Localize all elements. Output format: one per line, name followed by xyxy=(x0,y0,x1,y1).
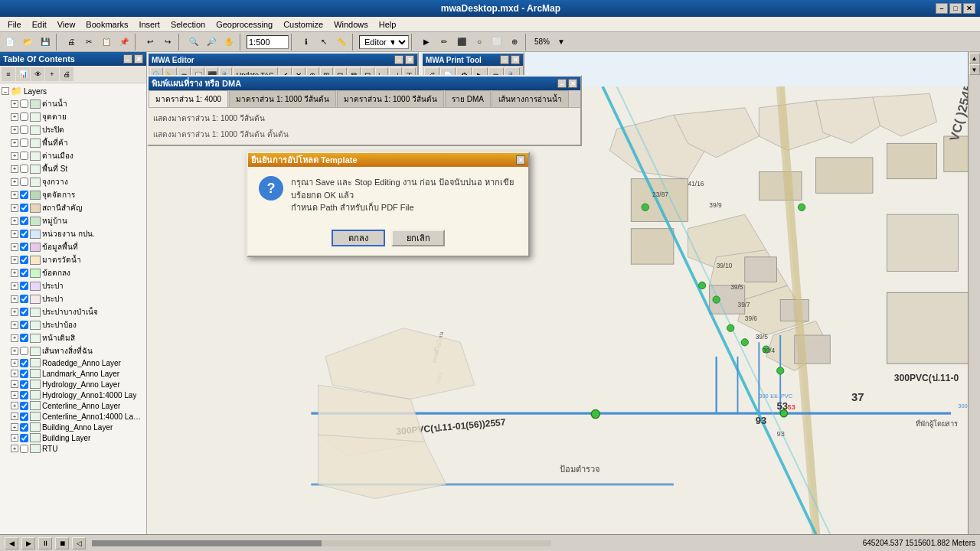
print-tab-1000-1[interactable]: มาตราส่วน 1: 1000 วีส้นต้น xyxy=(229,90,336,107)
layer-checkbox[interactable] xyxy=(20,308,28,316)
expand-icon[interactable]: + xyxy=(11,370,18,377)
mwa-print-close[interactable]: ✕ xyxy=(511,55,520,64)
layer-checkbox[interactable] xyxy=(20,99,28,108)
minimize-button[interactable]: – xyxy=(936,3,948,14)
tb-redo[interactable]: ↪ xyxy=(159,34,176,51)
mwa-print-minimize[interactable]: – xyxy=(500,55,509,64)
layer-checkbox[interactable] xyxy=(20,126,28,134)
toc-list-view[interactable]: ≡ xyxy=(2,67,15,81)
expand-icon[interactable]: + xyxy=(11,126,18,134)
status-nav-next[interactable]: ▶ xyxy=(21,537,35,549)
expand-icon[interactable]: + xyxy=(11,269,18,277)
toc-visibility[interactable]: 👁 xyxy=(31,67,44,81)
layer-checkbox[interactable] xyxy=(20,347,28,355)
expand-icon[interactable]: + xyxy=(11,282,18,290)
scroll-up-btn[interactable]: ▲ xyxy=(969,53,980,64)
print-tab-1000-2[interactable]: มาตราส่วน 1: 1000 วีส้นต้น xyxy=(337,90,444,107)
layer-checkbox[interactable] xyxy=(20,402,28,410)
mwa-editor-minimize[interactable]: – xyxy=(394,55,403,64)
tb-select[interactable]: ↖ xyxy=(315,34,332,51)
toc-minimize[interactable]: – xyxy=(123,54,132,64)
expand-icon[interactable]: + xyxy=(11,445,18,452)
print-dialog-close[interactable]: ✕ xyxy=(568,79,577,88)
layer-checkbox[interactable] xyxy=(20,204,28,212)
expand-icon[interactable]: + xyxy=(11,434,18,442)
expand-icon[interactable]: + xyxy=(11,243,18,251)
menu-selection[interactable]: Selection xyxy=(166,18,210,31)
tb-tool5[interactable]: ⬜ xyxy=(488,34,505,51)
tb-new[interactable]: 📄 xyxy=(2,34,18,51)
confirm-cancel-button[interactable]: ยกเลิก xyxy=(391,230,445,246)
layer-checkbox[interactable] xyxy=(20,423,28,432)
layer-checkbox[interactable] xyxy=(20,434,28,442)
tb-pan[interactable]: ✋ xyxy=(220,34,237,51)
layer-checkbox[interactable] xyxy=(20,230,28,238)
menu-geoprocessing[interactable]: Geoprocessing xyxy=(211,18,277,31)
expand-icon[interactable]: + xyxy=(11,191,18,199)
expand-icon[interactable]: + xyxy=(11,100,18,108)
print-tab-route[interactable]: เส้นทางการอ่านน้ำ xyxy=(492,90,569,107)
toc-source-view[interactable]: 📊 xyxy=(16,67,30,81)
expand-icon[interactable]: + xyxy=(11,165,18,173)
tb-copy[interactable]: 📋 xyxy=(98,34,115,51)
tb-identify[interactable]: ℹ xyxy=(298,34,315,51)
expand-icon[interactable]: + xyxy=(11,391,18,399)
tb-zoom-combo[interactable]: ▼ xyxy=(553,34,570,51)
maximize-button[interactable]: □ xyxy=(949,3,962,14)
layer-checkbox[interactable] xyxy=(20,412,28,421)
tb-tool6[interactable]: ⊕ xyxy=(506,34,523,51)
tb-tool4[interactable]: ○ xyxy=(471,34,488,51)
menu-edit[interactable]: Edit xyxy=(28,18,51,31)
expand-icon[interactable]: + xyxy=(11,412,18,420)
toc-printer[interactable]: 🖨 xyxy=(60,67,74,81)
layer-checkbox[interactable] xyxy=(20,112,28,121)
expand-icon[interactable]: + xyxy=(11,204,18,212)
expand-icon[interactable]: + xyxy=(11,402,18,409)
layer-checkbox[interactable] xyxy=(20,217,28,225)
expand-icon[interactable]: + xyxy=(11,359,18,367)
mwa-editor-close[interactable]: ✕ xyxy=(405,55,414,64)
toc-layers-folder[interactable]: – 📁 Layers xyxy=(2,85,145,97)
layer-checkbox[interactable] xyxy=(20,191,28,199)
expand-icon[interactable]: + xyxy=(11,308,18,316)
layer-checkbox[interactable] xyxy=(20,165,28,173)
expand-icon[interactable]: + xyxy=(11,295,18,303)
menu-insert[interactable]: Insert xyxy=(134,18,165,31)
toc-close[interactable]: ✕ xyxy=(134,54,143,64)
tb-tool3[interactable]: ⬛ xyxy=(453,34,470,51)
expand-icon[interactable]: + xyxy=(11,347,18,355)
map-area[interactable]: MWA Editor – ✕ 🔍 📐 ✏ 📋 ⬛ 🔧 Update TAG ✔ … xyxy=(147,52,980,534)
status-nav-prev[interactable]: ◀ xyxy=(5,537,18,549)
expand-icon[interactable]: + xyxy=(11,423,18,431)
expand-icon[interactable]: + xyxy=(11,217,18,225)
expand-icon[interactable]: + xyxy=(11,380,18,388)
expand-icon[interactable]: + xyxy=(11,230,18,238)
confirm-ok-button[interactable]: ตกลง xyxy=(332,230,385,246)
expand-icon[interactable]: + xyxy=(11,321,18,329)
print-tab-4000[interactable]: มาตราส่วน 1: 4000 xyxy=(149,90,228,107)
tb-tool2[interactable]: ✏ xyxy=(436,34,452,51)
layer-checkbox[interactable] xyxy=(20,334,28,342)
menu-view[interactable]: View xyxy=(53,18,80,31)
tb-print[interactable]: 🖨 xyxy=(63,34,80,51)
tb-zoom-out[interactable]: 🔎 xyxy=(203,34,220,51)
menu-customize[interactable]: Customize xyxy=(279,18,328,31)
toc-expand-layers[interactable]: – xyxy=(2,87,9,95)
expand-icon[interactable]: + xyxy=(11,113,18,121)
layer-checkbox[interactable] xyxy=(20,178,28,186)
menu-help[interactable]: Help xyxy=(374,18,401,31)
layer-checkbox[interactable] xyxy=(20,445,28,453)
status-stop[interactable]: ⏹ xyxy=(55,537,69,549)
print-tab-dma[interactable]: ราย DMA xyxy=(445,90,491,107)
expand-icon[interactable]: + xyxy=(11,178,18,186)
toc-add[interactable]: + xyxy=(45,67,59,81)
tb-undo[interactable]: ↩ xyxy=(142,34,158,51)
layer-checkbox[interactable] xyxy=(20,321,28,329)
expand-icon[interactable]: + xyxy=(11,256,18,264)
layer-checkbox[interactable] xyxy=(20,139,28,147)
expand-icon[interactable]: + xyxy=(11,152,18,160)
layer-checkbox[interactable] xyxy=(20,152,28,160)
layer-checkbox[interactable] xyxy=(20,391,28,399)
confirm-close[interactable]: ✕ xyxy=(516,155,525,165)
close-button[interactable]: ✕ xyxy=(963,3,975,14)
